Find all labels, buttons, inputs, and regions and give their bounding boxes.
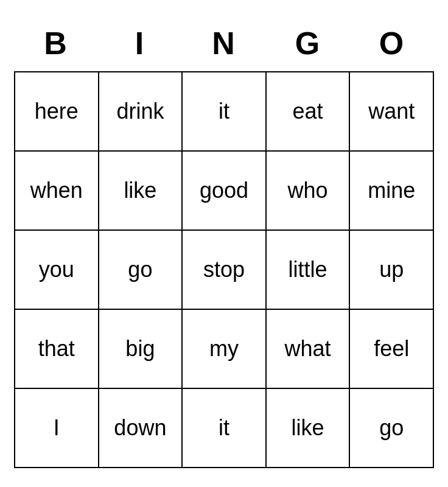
cell-r5c5[interactable]: go bbox=[350, 389, 434, 468]
cell-r4c1[interactable]: that bbox=[15, 310, 99, 389]
cell-r5c1[interactable]: I bbox=[15, 389, 99, 468]
cell-r4c5[interactable]: feel bbox=[350, 310, 434, 389]
cell-r4c4[interactable]: what bbox=[267, 310, 351, 389]
header-b: B bbox=[14, 19, 98, 71]
cell-r1c2[interactable]: drink bbox=[99, 72, 183, 152]
bingo-row: that big my what feel bbox=[15, 310, 434, 389]
bingo-row: I down it like go bbox=[15, 389, 434, 468]
bingo-grid: here drink it eat want when like good wh… bbox=[14, 71, 434, 468]
cell-r5c2[interactable]: down bbox=[99, 389, 183, 468]
cell-r1c5[interactable]: want bbox=[350, 72, 434, 152]
header-i: I bbox=[98, 19, 182, 71]
cell-r5c4[interactable]: like bbox=[267, 389, 351, 468]
bingo-row: you go stop little up bbox=[15, 231, 434, 310]
cell-r1c3[interactable]: it bbox=[183, 72, 267, 152]
cell-r1c4[interactable]: eat bbox=[267, 72, 351, 152]
cell-r5c3[interactable]: it bbox=[183, 389, 267, 468]
cell-r3c1[interactable]: you bbox=[15, 231, 99, 310]
bingo-card: B I N G O here drink it eat want when li… bbox=[14, 19, 434, 468]
cell-r2c2[interactable]: like bbox=[99, 152, 183, 231]
cell-r4c3[interactable]: my bbox=[183, 310, 267, 389]
cell-r3c5[interactable]: up bbox=[350, 231, 434, 310]
cell-r2c5[interactable]: mine bbox=[350, 152, 434, 231]
cell-r1c1[interactable]: here bbox=[15, 72, 99, 152]
cell-r4c2[interactable]: big bbox=[99, 310, 183, 389]
cell-r2c1[interactable]: when bbox=[15, 152, 99, 231]
bingo-header: B I N G O bbox=[14, 19, 434, 71]
header-g: G bbox=[266, 19, 350, 71]
cell-r2c3[interactable]: good bbox=[183, 152, 267, 231]
header-o: O bbox=[350, 19, 434, 71]
header-n: N bbox=[182, 19, 266, 71]
cell-r3c2[interactable]: go bbox=[99, 231, 183, 310]
cell-r2c4[interactable]: who bbox=[267, 152, 351, 231]
cell-r3c3[interactable]: stop bbox=[183, 231, 267, 310]
bingo-row: here drink it eat want bbox=[15, 72, 434, 152]
bingo-row: when like good who mine bbox=[15, 152, 434, 231]
cell-r3c4[interactable]: little bbox=[267, 231, 351, 310]
